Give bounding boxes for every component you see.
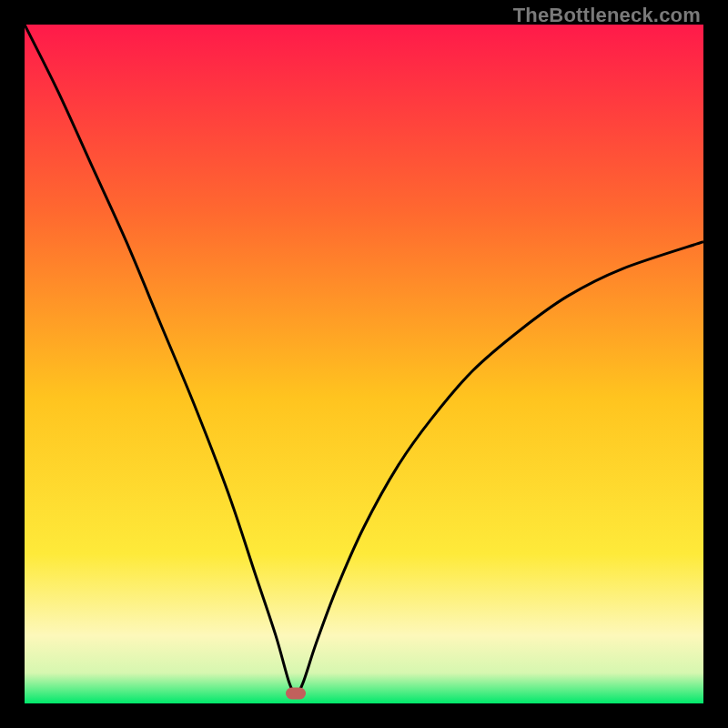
chart-frame: TheBottleneck.com bbox=[0, 0, 728, 728]
plot-area bbox=[25, 25, 703, 703]
optimal-marker bbox=[286, 687, 306, 699]
bottleneck-curve bbox=[25, 25, 703, 703]
